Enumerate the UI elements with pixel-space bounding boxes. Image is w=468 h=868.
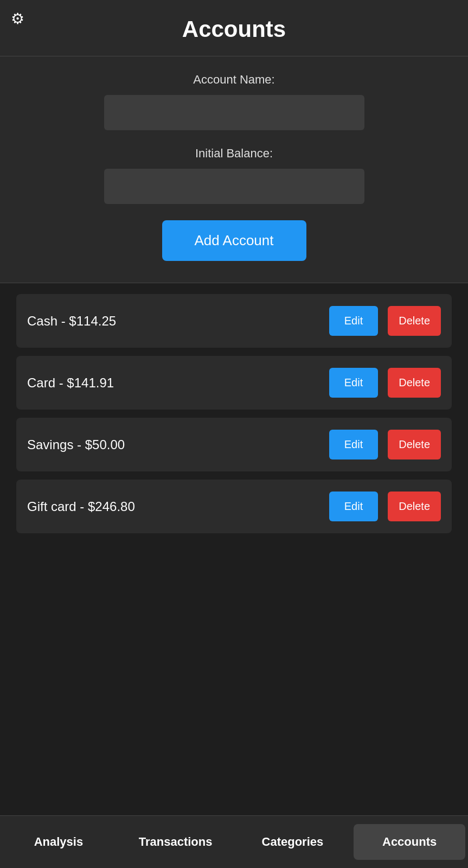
form-section: Account Name: Initial Balance: Add Accou… — [0, 56, 468, 283]
page-title: Accounts — [11, 11, 457, 48]
nav-item-transactions[interactable]: Transactions — [120, 824, 232, 860]
nav-item-accounts[interactable]: Accounts — [354, 824, 465, 860]
delete-button[interactable]: Delete — [388, 430, 441, 459]
account-name: Gift card - $246.80 — [27, 499, 324, 514]
accounts-list: Cash - $114.25EditDeleteCard - $141.91Ed… — [0, 283, 468, 815]
delete-button[interactable]: Delete — [388, 492, 441, 521]
settings-icon[interactable]: ⚙ — [11, 10, 24, 28]
account-name-label: Account Name: — [22, 73, 446, 87]
bottom-nav: AnalysisTransactionsCategoriesAccounts — [0, 815, 468, 868]
edit-button[interactable]: Edit — [329, 430, 378, 459]
account-row: Card - $141.91EditDelete — [16, 356, 452, 410]
nav-item-categories[interactable]: Categories — [237, 824, 349, 860]
nav-item-analysis[interactable]: Analysis — [3, 824, 114, 860]
header: ⚙ Accounts — [0, 0, 468, 56]
edit-button[interactable]: Edit — [329, 306, 378, 336]
delete-button[interactable]: Delete — [388, 368, 441, 398]
account-name: Card - $141.91 — [27, 375, 324, 391]
account-row: Savings - $50.00EditDelete — [16, 418, 452, 471]
account-name: Cash - $114.25 — [27, 314, 324, 329]
account-name-input[interactable] — [104, 95, 364, 130]
edit-button[interactable]: Edit — [329, 368, 378, 398]
initial-balance-input[interactable] — [104, 169, 364, 204]
delete-button[interactable]: Delete — [388, 306, 441, 336]
edit-button[interactable]: Edit — [329, 492, 378, 521]
account-name: Savings - $50.00 — [27, 437, 324, 452]
add-account-button[interactable]: Add Account — [162, 220, 306, 261]
initial-balance-label: Initial Balance: — [22, 146, 446, 161]
account-row: Gift card - $246.80EditDelete — [16, 480, 452, 533]
account-row: Cash - $114.25EditDelete — [16, 294, 452, 348]
